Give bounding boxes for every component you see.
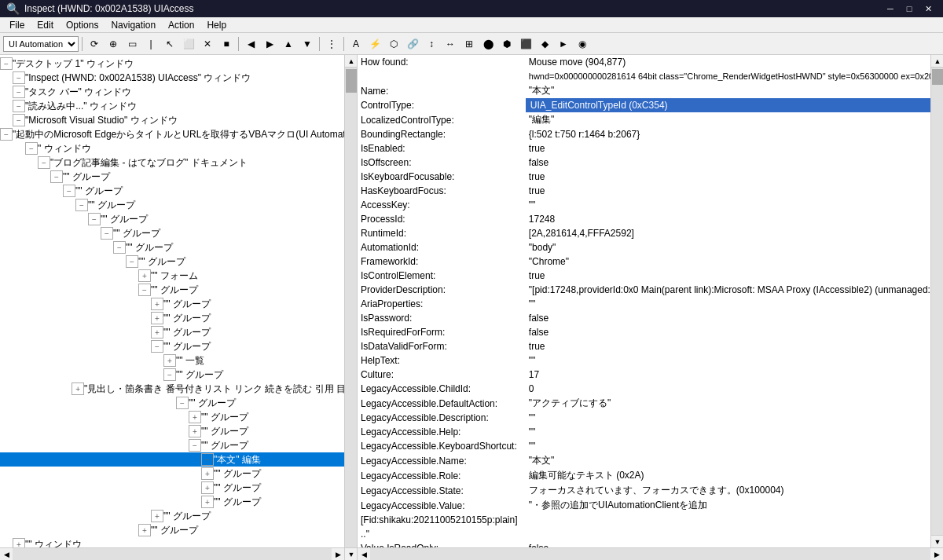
toolbar-btn-2[interactable]: ⊕ — [105, 35, 122, 53]
toolbar-btn-a8[interactable]: ⬤ — [479, 35, 497, 53]
maximize-button[interactable]: □ — [901, 2, 918, 16]
tree-item[interactable]: +"" グループ — [0, 424, 357, 438]
tree-item[interactable]: −"" グループ — [0, 212, 357, 226]
menu-options[interactable]: Options — [60, 18, 105, 32]
toolbar-btn-nav-down[interactable]: ▼ — [299, 35, 316, 53]
tree-item[interactable]: −"デスクトップ 1" ウィンドウ — [0, 57, 357, 71]
tree-item[interactable]: −"" グループ — [0, 368, 357, 382]
tree-expand-btn[interactable]: − — [101, 227, 113, 240]
tree-item[interactable]: −"" グループ — [0, 170, 357, 184]
tree-expand-btn[interactable]: − — [25, 142, 38, 155]
tree-expand-btn[interactable]: − — [201, 453, 214, 466]
tree-item[interactable]: +"" フォーム — [0, 269, 357, 283]
tree-expand-btn[interactable]: − — [50, 170, 63, 183]
menu-edit[interactable]: Edit — [31, 18, 60, 32]
tree-item[interactable]: −"本文" 編集 — [0, 452, 357, 467]
toolbar-btn-a7[interactable]: ⊞ — [460, 35, 478, 53]
tree-expand-btn[interactable]: + — [201, 481, 214, 494]
toolbar-btn-a6[interactable]: ↔ — [442, 35, 459, 53]
toolbar-btn-a13[interactable]: ◉ — [574, 35, 591, 53]
props-scroll-track[interactable] — [931, 68, 943, 535]
tree-item[interactable]: −"" グループ — [0, 226, 357, 240]
tree-item[interactable]: −"Microsoft Visual Studio" ウィンドウ — [0, 113, 357, 127]
tree-item[interactable]: −"" グループ — [0, 396, 357, 410]
tree-expand-btn[interactable]: − — [38, 156, 50, 169]
tree-expand-btn[interactable]: − — [0, 128, 13, 141]
tree-expand-btn[interactable]: + — [189, 425, 201, 437]
tree-item[interactable]: −"" グループ — [0, 438, 357, 452]
tree-item[interactable]: +"" グループ — [0, 481, 357, 495]
toolbar-btn-8[interactable]: ■ — [218, 35, 235, 53]
close-button[interactable]: ✕ — [919, 2, 937, 16]
tree-expand-btn[interactable]: − — [189, 439, 201, 452]
tree-item[interactable]: −"タスク バー" ウィンドウ — [0, 85, 357, 99]
tree-item[interactable]: +"見出し・箇条書き 番号付きリスト リンク 続きを読む 引用 目... — [0, 382, 357, 396]
automation-mode-select[interactable]: UI Automation MSAA — [3, 36, 79, 52]
minimize-button[interactable]: ─ — [882, 2, 899, 16]
tree-expand-btn[interactable]: + — [72, 382, 84, 395]
scroll-thumb[interactable] — [346, 69, 357, 93]
tree-expand-btn[interactable]: − — [163, 368, 176, 381]
menu-navigation[interactable]: Navigation — [105, 18, 162, 32]
tree-item[interactable]: −"" グループ — [0, 254, 357, 269]
toolbar-btn-a1[interactable]: A — [347, 35, 365, 53]
scroll-left-arrow[interactable]: ◀ — [0, 548, 13, 560]
scroll-up-arrow[interactable]: ▲ — [345, 55, 358, 68]
tree-expand-btn[interactable]: + — [189, 411, 201, 423]
scroll-track[interactable] — [345, 68, 357, 547]
tree-item[interactable]: +"" グループ — [0, 467, 357, 481]
tree-expand-btn[interactable]: + — [163, 354, 176, 367]
tree-item[interactable]: +"" グループ — [0, 325, 357, 339]
tree-expand-btn[interactable]: − — [13, 71, 25, 84]
toolbar-btn-7[interactable]: ✕ — [199, 35, 216, 53]
tree-item[interactable]: −"Inspect (HWND: 0x002A1538) UIAccess" ウ… — [0, 71, 357, 85]
tree-expand-btn[interactable]: + — [201, 496, 214, 508]
toolbar-btn-1[interactable]: ⟳ — [86, 35, 103, 53]
menu-file[interactable]: File — [3, 18, 31, 32]
tree-item[interactable]: −" ウィンドウ — [0, 141, 357, 156]
tree-expand-btn[interactable]: − — [75, 199, 88, 211]
props-scroll-h-track[interactable] — [370, 548, 930, 560]
menu-help[interactable]: Help — [200, 18, 233, 32]
tree-expand-btn[interactable]: − — [151, 340, 163, 353]
tree-item[interactable]: +"" グループ — [0, 509, 357, 523]
tree-expand-btn[interactable]: − — [63, 185, 75, 197]
tree-expand-btn[interactable]: − — [0, 57, 13, 70]
tree-item[interactable]: −"ブログ記事編集 - はてなブログ" ドキュメント — [0, 156, 357, 170]
toolbar-btn-a2[interactable]: ⚡ — [366, 35, 383, 53]
tree-item[interactable]: −"" グループ — [0, 339, 357, 353]
tree-expand-btn[interactable]: − — [88, 213, 101, 225]
props-scroll-down[interactable]: ▼ — [931, 535, 943, 547]
tree-scrollbar-h[interactable]: ◀ ▶ — [0, 547, 344, 560]
scroll-right-arrow[interactable]: ▶ — [332, 548, 344, 560]
tree-expand-btn[interactable]: − — [13, 86, 25, 98]
tree-expand-btn[interactable]: + — [151, 298, 163, 310]
toolbar-btn-nav-up[interactable]: ▲ — [280, 35, 297, 53]
tree-item[interactable]: +"" グループ — [0, 410, 357, 424]
toolbar-btn-more[interactable]: ⋮ — [323, 35, 340, 53]
toolbar-btn-a9[interactable]: ⬢ — [498, 35, 516, 53]
props-scroll-right[interactable]: ▶ — [930, 548, 943, 560]
tree-item[interactable]: −"読み込み中..." ウィンドウ — [0, 99, 357, 113]
props-scroll-thumb[interactable] — [932, 69, 943, 85]
tree-expand-btn[interactable]: + — [138, 269, 151, 282]
toolbar-btn-a4[interactable]: 🔗 — [404, 35, 421, 53]
menu-action[interactable]: Action — [162, 18, 200, 32]
toolbar-btn-a12[interactable]: ► — [555, 35, 572, 53]
tree-expand-btn[interactable]: − — [126, 255, 138, 268]
tree-expand-btn[interactable]: − — [176, 397, 189, 409]
toolbar-btn-a3[interactable]: ⬡ — [385, 35, 402, 53]
props-scroll-up[interactable]: ▲ — [931, 55, 943, 68]
props-scrollbar-v[interactable]: ▲ ▼ — [930, 55, 943, 547]
tree-item[interactable]: +"" 一覧 — [0, 353, 357, 368]
props-scroll-left[interactable]: ◀ — [358, 548, 370, 560]
props-scrollbar-h[interactable]: ◀ ▶ — [358, 547, 943, 560]
tree-item[interactable]: −"" グループ — [0, 240, 357, 254]
tree-item[interactable]: +"" グループ — [0, 297, 357, 311]
tree-expand-btn[interactable]: − — [13, 100, 25, 112]
toolbar-btn-a5[interactable]: ↕ — [423, 35, 440, 53]
tree-item[interactable]: +"" グループ — [0, 523, 357, 537]
tree-expand-btn[interactable]: + — [201, 467, 214, 480]
toolbar-btn-nav-fwd[interactable]: ▶ — [261, 35, 278, 53]
properties-scroll[interactable]: How found:Mouse move (904,877)hwnd=0x000… — [358, 55, 930, 547]
